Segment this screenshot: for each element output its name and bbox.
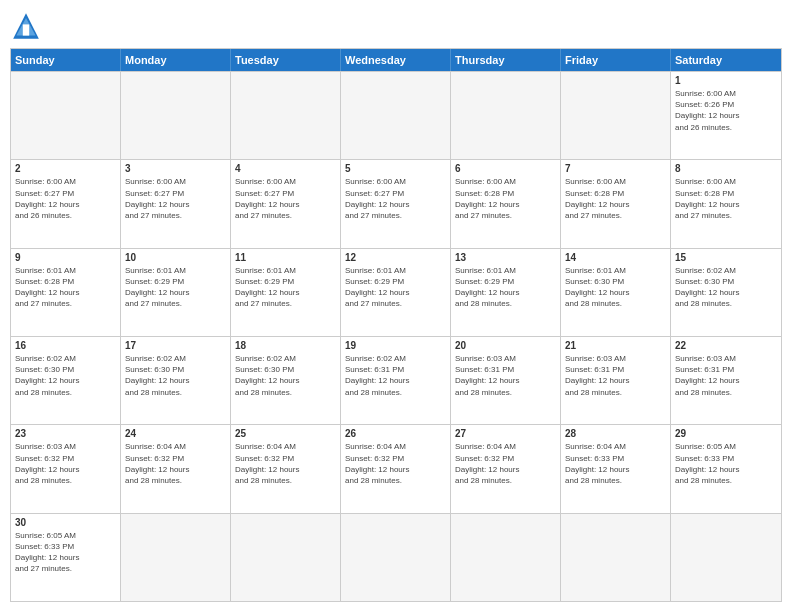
calendar-body: 1Sunrise: 6:00 AMSunset: 6:26 PMDaylight…: [11, 71, 781, 601]
day-info: Sunrise: 6:00 AMSunset: 6:28 PMDaylight:…: [565, 176, 666, 221]
calendar-cell: [451, 514, 561, 601]
calendar-cell: 19Sunrise: 6:02 AMSunset: 6:31 PMDayligh…: [341, 337, 451, 424]
calendar-cell: 5Sunrise: 6:00 AMSunset: 6:27 PMDaylight…: [341, 160, 451, 247]
day-info: Sunrise: 6:01 AMSunset: 6:29 PMDaylight:…: [125, 265, 226, 310]
day-info: Sunrise: 6:00 AMSunset: 6:27 PMDaylight:…: [235, 176, 336, 221]
calendar-cell: 29Sunrise: 6:05 AMSunset: 6:33 PMDayligh…: [671, 425, 781, 512]
day-info: Sunrise: 6:05 AMSunset: 6:33 PMDaylight:…: [15, 530, 116, 575]
day-number: 3: [125, 163, 226, 174]
day-number: 27: [455, 428, 556, 439]
calendar-cell: 26Sunrise: 6:04 AMSunset: 6:32 PMDayligh…: [341, 425, 451, 512]
day-info: Sunrise: 6:01 AMSunset: 6:29 PMDaylight:…: [345, 265, 446, 310]
calendar-cell: [121, 514, 231, 601]
calendar-cell: 8Sunrise: 6:00 AMSunset: 6:28 PMDaylight…: [671, 160, 781, 247]
day-info: Sunrise: 6:01 AMSunset: 6:29 PMDaylight:…: [235, 265, 336, 310]
calendar-cell: 1Sunrise: 6:00 AMSunset: 6:26 PMDaylight…: [671, 72, 781, 159]
logo: [10, 10, 46, 42]
calendar-cell: 4Sunrise: 6:00 AMSunset: 6:27 PMDaylight…: [231, 160, 341, 247]
header-day-sunday: Sunday: [11, 49, 121, 71]
calendar-cell: 28Sunrise: 6:04 AMSunset: 6:33 PMDayligh…: [561, 425, 671, 512]
calendar-cell: 16Sunrise: 6:02 AMSunset: 6:30 PMDayligh…: [11, 337, 121, 424]
day-info: Sunrise: 6:04 AMSunset: 6:33 PMDaylight:…: [565, 441, 666, 486]
calendar-cell: 30Sunrise: 6:05 AMSunset: 6:33 PMDayligh…: [11, 514, 121, 601]
calendar-cell: 13Sunrise: 6:01 AMSunset: 6:29 PMDayligh…: [451, 249, 561, 336]
calendar-row-0: 1Sunrise: 6:00 AMSunset: 6:26 PMDaylight…: [11, 71, 781, 159]
calendar-row-3: 16Sunrise: 6:02 AMSunset: 6:30 PMDayligh…: [11, 336, 781, 424]
day-number: 11: [235, 252, 336, 263]
day-number: 6: [455, 163, 556, 174]
calendar-cell: 12Sunrise: 6:01 AMSunset: 6:29 PMDayligh…: [341, 249, 451, 336]
header-day-wednesday: Wednesday: [341, 49, 451, 71]
day-number: 24: [125, 428, 226, 439]
day-info: Sunrise: 6:03 AMSunset: 6:31 PMDaylight:…: [565, 353, 666, 398]
day-info: Sunrise: 6:01 AMSunset: 6:29 PMDaylight:…: [455, 265, 556, 310]
day-info: Sunrise: 6:04 AMSunset: 6:32 PMDaylight:…: [455, 441, 556, 486]
day-info: Sunrise: 6:04 AMSunset: 6:32 PMDaylight:…: [235, 441, 336, 486]
day-info: Sunrise: 6:00 AMSunset: 6:27 PMDaylight:…: [15, 176, 116, 221]
header-day-saturday: Saturday: [671, 49, 781, 71]
calendar-cell: [231, 72, 341, 159]
day-info: Sunrise: 6:01 AMSunset: 6:28 PMDaylight:…: [15, 265, 116, 310]
day-info: Sunrise: 6:02 AMSunset: 6:30 PMDaylight:…: [15, 353, 116, 398]
day-number: 16: [15, 340, 116, 351]
day-number: 4: [235, 163, 336, 174]
day-number: 14: [565, 252, 666, 263]
day-info: Sunrise: 6:03 AMSunset: 6:31 PMDaylight:…: [675, 353, 777, 398]
calendar-cell: [341, 514, 451, 601]
day-number: 28: [565, 428, 666, 439]
day-info: Sunrise: 6:04 AMSunset: 6:32 PMDaylight:…: [345, 441, 446, 486]
day-info: Sunrise: 6:00 AMSunset: 6:27 PMDaylight:…: [125, 176, 226, 221]
day-info: Sunrise: 6:03 AMSunset: 6:31 PMDaylight:…: [455, 353, 556, 398]
day-number: 1: [675, 75, 777, 86]
calendar: SundayMondayTuesdayWednesdayThursdayFrid…: [10, 48, 782, 602]
day-info: Sunrise: 6:02 AMSunset: 6:31 PMDaylight:…: [345, 353, 446, 398]
header-day-thursday: Thursday: [451, 49, 561, 71]
day-number: 26: [345, 428, 446, 439]
calendar-cell: 18Sunrise: 6:02 AMSunset: 6:30 PMDayligh…: [231, 337, 341, 424]
calendar-cell: 3Sunrise: 6:00 AMSunset: 6:27 PMDaylight…: [121, 160, 231, 247]
calendar-cell: 7Sunrise: 6:00 AMSunset: 6:28 PMDaylight…: [561, 160, 671, 247]
day-number: 10: [125, 252, 226, 263]
calendar-cell: 21Sunrise: 6:03 AMSunset: 6:31 PMDayligh…: [561, 337, 671, 424]
day-info: Sunrise: 6:01 AMSunset: 6:30 PMDaylight:…: [565, 265, 666, 310]
calendar-cell: 11Sunrise: 6:01 AMSunset: 6:29 PMDayligh…: [231, 249, 341, 336]
day-info: Sunrise: 6:02 AMSunset: 6:30 PMDaylight:…: [675, 265, 777, 310]
calendar-row-4: 23Sunrise: 6:03 AMSunset: 6:32 PMDayligh…: [11, 424, 781, 512]
calendar-cell: 17Sunrise: 6:02 AMSunset: 6:30 PMDayligh…: [121, 337, 231, 424]
calendar-cell: [671, 514, 781, 601]
calendar-cell: [11, 72, 121, 159]
calendar-header: SundayMondayTuesdayWednesdayThursdayFrid…: [11, 49, 781, 71]
day-info: Sunrise: 6:00 AMSunset: 6:26 PMDaylight:…: [675, 88, 777, 133]
day-number: 5: [345, 163, 446, 174]
calendar-cell: 20Sunrise: 6:03 AMSunset: 6:31 PMDayligh…: [451, 337, 561, 424]
day-info: Sunrise: 6:00 AMSunset: 6:27 PMDaylight:…: [345, 176, 446, 221]
day-number: 13: [455, 252, 556, 263]
day-number: 22: [675, 340, 777, 351]
logo-icon: [10, 10, 42, 42]
day-number: 8: [675, 163, 777, 174]
page: SundayMondayTuesdayWednesdayThursdayFrid…: [0, 0, 792, 612]
calendar-cell: 14Sunrise: 6:01 AMSunset: 6:30 PMDayligh…: [561, 249, 671, 336]
day-number: 19: [345, 340, 446, 351]
day-number: 17: [125, 340, 226, 351]
header: [10, 10, 782, 42]
calendar-row-1: 2Sunrise: 6:00 AMSunset: 6:27 PMDaylight…: [11, 159, 781, 247]
svg-rect-2: [23, 24, 29, 35]
day-info: Sunrise: 6:00 AMSunset: 6:28 PMDaylight:…: [675, 176, 777, 221]
calendar-cell: 22Sunrise: 6:03 AMSunset: 6:31 PMDayligh…: [671, 337, 781, 424]
day-number: 23: [15, 428, 116, 439]
day-info: Sunrise: 6:00 AMSunset: 6:28 PMDaylight:…: [455, 176, 556, 221]
header-day-tuesday: Tuesday: [231, 49, 341, 71]
calendar-cell: 6Sunrise: 6:00 AMSunset: 6:28 PMDaylight…: [451, 160, 561, 247]
day-number: 12: [345, 252, 446, 263]
header-day-monday: Monday: [121, 49, 231, 71]
calendar-cell: [451, 72, 561, 159]
calendar-cell: [341, 72, 451, 159]
calendar-cell: [561, 72, 671, 159]
day-number: 30: [15, 517, 116, 528]
header-day-friday: Friday: [561, 49, 671, 71]
calendar-cell: 2Sunrise: 6:00 AMSunset: 6:27 PMDaylight…: [11, 160, 121, 247]
day-number: 25: [235, 428, 336, 439]
calendar-row-5: 30Sunrise: 6:05 AMSunset: 6:33 PMDayligh…: [11, 513, 781, 601]
calendar-cell: 23Sunrise: 6:03 AMSunset: 6:32 PMDayligh…: [11, 425, 121, 512]
